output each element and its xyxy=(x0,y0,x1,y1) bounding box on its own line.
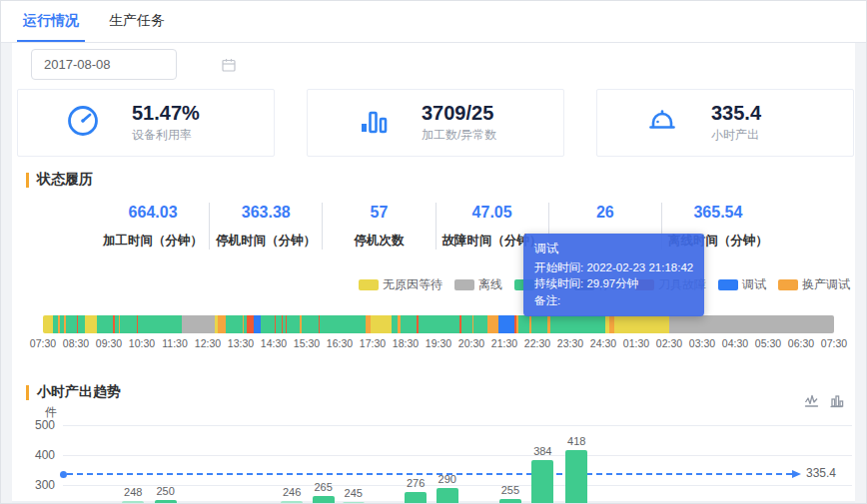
card-value: 3709/25 xyxy=(422,102,493,124)
timeline-segment[interactable] xyxy=(371,315,392,333)
page-gutter-right xyxy=(855,42,866,503)
timeline-segment[interactable] xyxy=(97,315,114,333)
reference-line-dot xyxy=(60,471,67,478)
stat-label: 停机次数 xyxy=(323,233,434,250)
x-tick: 17:30 xyxy=(360,337,386,349)
stat-value: 26 xyxy=(549,203,661,222)
output-bar[interactable] xyxy=(565,450,587,504)
x-tick: 21:30 xyxy=(491,337,517,349)
section-title-text: 小时产出趋势 xyxy=(37,383,121,401)
bar-chart-icon xyxy=(354,102,392,144)
x-tick: 07:30 xyxy=(30,337,56,349)
timeline-segment[interactable] xyxy=(531,315,548,333)
output-bar[interactable] xyxy=(405,492,427,504)
timeline-segment[interactable] xyxy=(518,315,529,333)
timeline-segment[interactable] xyxy=(66,315,77,333)
calendar-icon[interactable] xyxy=(222,58,236,72)
card-text: 335.4小时产出 xyxy=(711,102,807,144)
stat-2: 57停机次数 xyxy=(323,203,435,250)
timeline-segment[interactable] xyxy=(218,315,226,333)
timeline-segment[interactable] xyxy=(261,315,275,333)
timeline-segment[interactable] xyxy=(392,315,399,333)
x-tick: 18:30 xyxy=(393,337,419,349)
x-tick: 01:30 xyxy=(623,337,649,349)
timeline-segment[interactable] xyxy=(247,315,254,333)
timeline-segment[interactable] xyxy=(78,315,85,333)
x-tick: 08:30 xyxy=(63,337,89,349)
x-tick: 02:30 xyxy=(656,337,682,349)
timeline-segment[interactable] xyxy=(287,315,301,333)
reference-line xyxy=(67,473,792,475)
tab-production-tasks[interactable]: 生产任务 xyxy=(103,1,171,42)
legend-swatch xyxy=(454,279,474,290)
output-bar[interactable] xyxy=(436,488,458,504)
timeline-segment[interactable] xyxy=(43,315,53,333)
timeline-segment[interactable] xyxy=(320,315,367,333)
legend-item-6[interactable]: 换产调试 xyxy=(778,276,850,293)
legend-item-5[interactable]: 调试 xyxy=(718,276,766,293)
stat-label: 停机时间（分钟） xyxy=(210,233,322,250)
timeline-segment[interactable] xyxy=(138,315,182,333)
y-tick: 500 xyxy=(21,418,55,432)
timeline-segment[interactable] xyxy=(669,315,835,333)
timeline-segment[interactable] xyxy=(85,315,97,333)
reference-line-arrow xyxy=(792,470,801,478)
timeline-segment[interactable] xyxy=(226,315,243,333)
timeline-segment[interactable] xyxy=(473,315,487,333)
timeline-segment[interactable] xyxy=(614,315,669,333)
bar-value-label: 255 xyxy=(488,484,532,496)
timeline-segment[interactable] xyxy=(487,315,498,333)
gauge-icon xyxy=(64,102,102,144)
stat-value: 57 xyxy=(323,203,434,222)
legend-label: 调试 xyxy=(742,276,766,293)
output-bar[interactable] xyxy=(313,496,335,504)
reference-line-label: 335.4 xyxy=(806,466,836,480)
x-tick: 03:30 xyxy=(689,337,715,349)
output-bar[interactable] xyxy=(122,501,144,504)
card-value: 51.47% xyxy=(132,102,200,124)
page-gutter-left xyxy=(1,42,12,503)
card-label: 设备利用率 xyxy=(132,127,192,144)
process-count-card: 3709/25加工数/异常数 xyxy=(307,89,564,157)
x-tick: 04:30 xyxy=(722,337,748,349)
timeline-segment[interactable] xyxy=(302,315,319,333)
card-text: 3709/25加工数/异常数 xyxy=(422,102,517,144)
timeline-segment[interactable] xyxy=(120,315,137,333)
timeline-segment[interactable] xyxy=(461,315,472,333)
timeline-segment[interactable] xyxy=(498,315,515,333)
bar-value-label: 418 xyxy=(554,435,598,447)
legend-item-1[interactable]: 离线 xyxy=(454,276,502,293)
status-history-title: 状态履历 xyxy=(26,171,93,189)
x-tick: 19:30 xyxy=(426,337,451,349)
x-tick: 20:30 xyxy=(458,337,484,349)
timeline-segment[interactable] xyxy=(401,315,418,333)
date-input[interactable] xyxy=(42,56,222,73)
bar-value-label: 384 xyxy=(520,445,564,457)
chart-toolbox xyxy=(804,393,844,408)
status-tooltip: 调试 开始时间: 2022-02-23 21:18:42 持续时间: 29.97… xyxy=(523,234,704,316)
timeline-segment[interactable] xyxy=(550,315,605,333)
line-chart-icon[interactable] xyxy=(804,393,819,408)
date-picker[interactable] xyxy=(31,49,177,80)
hourly-output-card: 335.4小时产出 xyxy=(596,89,854,157)
timeline-segment[interactable] xyxy=(254,315,262,333)
legend-item-0[interactable]: 无原因等待 xyxy=(359,276,442,293)
equipment-dashboard: 运行情况生产任务 51.47%设备利用率3709/25加工数/异常数335.4小… xyxy=(0,0,867,504)
card-label: 小时产出 xyxy=(711,127,759,144)
output-bar[interactable] xyxy=(155,500,177,504)
output-bar[interactable] xyxy=(499,499,521,504)
x-tick: 05:30 xyxy=(755,337,781,349)
tab-bar: 运行情况生产任务 xyxy=(1,1,866,43)
timeline-segment[interactable] xyxy=(419,315,459,333)
gridline xyxy=(63,425,852,426)
bar-chart-icon[interactable] xyxy=(829,393,844,408)
timeline-segment[interactable] xyxy=(182,315,215,333)
tab-operation-status[interactable]: 运行情况 xyxy=(17,1,85,42)
card-text: 51.47%设备利用率 xyxy=(132,102,228,144)
stat-value: 363.38 xyxy=(210,203,322,222)
legend-label: 换产调试 xyxy=(802,276,850,293)
utilization-card: 51.47%设备利用率 xyxy=(17,89,275,157)
x-tick: 12:30 xyxy=(195,337,221,349)
output-bar[interactable] xyxy=(531,460,553,504)
status-timeline[interactable] xyxy=(43,315,834,333)
